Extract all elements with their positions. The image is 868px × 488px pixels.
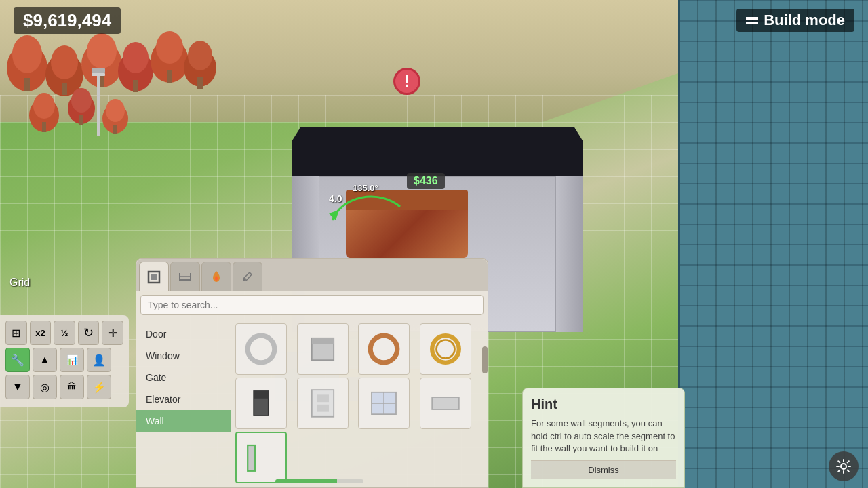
- snap-btn[interactable]: ✛: [102, 321, 123, 345]
- hint-text: For some wall segments, you can hold ctr…: [531, 418, 676, 455]
- svg-rect-49: [432, 397, 459, 409]
- wall-item-flat[interactable]: [420, 378, 471, 429]
- svg-rect-26: [113, 125, 117, 134]
- build-items-grid: [231, 319, 482, 487]
- gear-icon: [835, 458, 852, 474]
- glass-building: [678, 0, 868, 488]
- build-categories: Door Window Gate Elevator Wall: [136, 319, 231, 487]
- grid-tool-btn[interactable]: ⊞: [5, 321, 27, 345]
- fire-tab[interactable]: [201, 262, 231, 291]
- street-lamp: [88, 68, 108, 156]
- structure-tab[interactable]: [139, 262, 169, 291]
- furniture-tab[interactable]: [170, 262, 200, 291]
- rotation-value-label: 4.0: [329, 193, 342, 204]
- svg-point-10: [123, 42, 149, 73]
- wall-item-side[interactable]: [235, 432, 287, 483]
- hint-panel: Hint For some wall segments, you can hol…: [522, 388, 685, 488]
- chart-btn[interactable]: 📊: [60, 348, 84, 372]
- category-gate[interactable]: Gate: [136, 367, 231, 388]
- svg-rect-14: [167, 70, 172, 83]
- search-area: [136, 291, 488, 319]
- rotation-degrees-label: 135.0°: [353, 183, 378, 193]
- scroll-thumb: [482, 346, 488, 373]
- layers-btn[interactable]: ◎: [33, 375, 57, 399]
- svg-rect-32: [151, 274, 157, 280]
- svg-rect-17: [197, 77, 203, 89]
- category-door[interactable]: Door: [136, 323, 231, 345]
- svg-point-40: [436, 340, 454, 359]
- svg-point-34: [243, 278, 246, 281]
- settings-button[interactable]: [829, 451, 859, 481]
- svg-rect-37: [311, 338, 333, 344]
- svg-rect-28: [92, 68, 105, 73]
- wall-item-dark-box[interactable]: [235, 378, 287, 429]
- wall-item-box[interactable]: [297, 323, 349, 375]
- build-mode-label: Build mode: [736, 9, 854, 32]
- svg-point-25: [106, 99, 125, 122]
- scale-x2-btn[interactable]: x2: [30, 321, 52, 345]
- svg-point-16: [188, 41, 212, 70]
- hint-title: Hint: [531, 396, 676, 412]
- grid-label: Grid: [9, 277, 30, 289]
- money-display: $9,619,494: [14, 7, 121, 34]
- svg-point-4: [51, 45, 78, 79]
- svg-rect-45: [317, 405, 329, 412]
- wall-item-gold-ring[interactable]: [420, 323, 471, 375]
- svg-point-51: [841, 464, 846, 469]
- wall-item-door-panel[interactable]: [297, 378, 349, 429]
- build-panel-tabs: [136, 259, 488, 291]
- svg-rect-29: [92, 73, 105, 76]
- building2-btn[interactable]: 🏛: [60, 375, 84, 399]
- build-panel: Door Window Gate Elevator Wall: [136, 258, 488, 488]
- paint-tab[interactable]: [233, 262, 262, 291]
- wall-progress-bar: [275, 479, 363, 483]
- svg-rect-42: [254, 391, 269, 399]
- up-arrow-btn[interactable]: ▲: [33, 348, 57, 372]
- svg-point-19: [33, 93, 55, 119]
- svg-rect-23: [79, 115, 83, 125]
- svg-point-1: [12, 35, 42, 73]
- svg-rect-11: [133, 80, 138, 92]
- category-elevator[interactable]: Elevator: [136, 388, 231, 410]
- wall-item-ring[interactable]: [235, 323, 287, 375]
- svg-point-38: [370, 336, 397, 363]
- top-hud: $9,619,494 Build mode: [0, 0, 868, 41]
- category-window[interactable]: Window: [136, 345, 231, 367]
- pause-icon: [746, 17, 758, 24]
- wall-item-wood-ring[interactable]: [358, 323, 410, 375]
- price-label: $436: [407, 173, 445, 189]
- svg-rect-50: [248, 445, 255, 471]
- wrench-btn[interactable]: 🔧: [5, 348, 30, 372]
- warning-icon: !: [393, 68, 420, 95]
- svg-point-35: [248, 336, 275, 363]
- person-btn[interactable]: 👤: [87, 348, 111, 372]
- build-content: Door Window Gate Elevator Wall: [136, 319, 488, 487]
- scale-half-btn[interactable]: ½: [54, 321, 75, 345]
- zap-btn[interactable]: ⚡: [87, 375, 111, 399]
- svg-rect-20: [42, 122, 46, 132]
- svg-rect-43: [311, 390, 333, 417]
- wall-item-window-panel[interactable]: [358, 378, 410, 429]
- left-toolbar: ⊞ x2 ½ ↻ ✛ 🔧 ▲ 📊 👤 ▼ ◎ 🏛 ⚡: [0, 315, 129, 407]
- svg-rect-5: [62, 83, 67, 95]
- search-input[interactable]: [140, 295, 484, 315]
- svg-rect-27: [97, 68, 100, 136]
- svg-rect-2: [24, 78, 30, 92]
- rotate-btn[interactable]: ↻: [78, 321, 100, 345]
- dismiss-button[interactable]: Dismiss: [531, 460, 676, 479]
- svg-rect-44: [317, 394, 329, 402]
- down-arrow-btn[interactable]: ▼: [5, 375, 30, 399]
- category-wall[interactable]: Wall: [136, 410, 231, 432]
